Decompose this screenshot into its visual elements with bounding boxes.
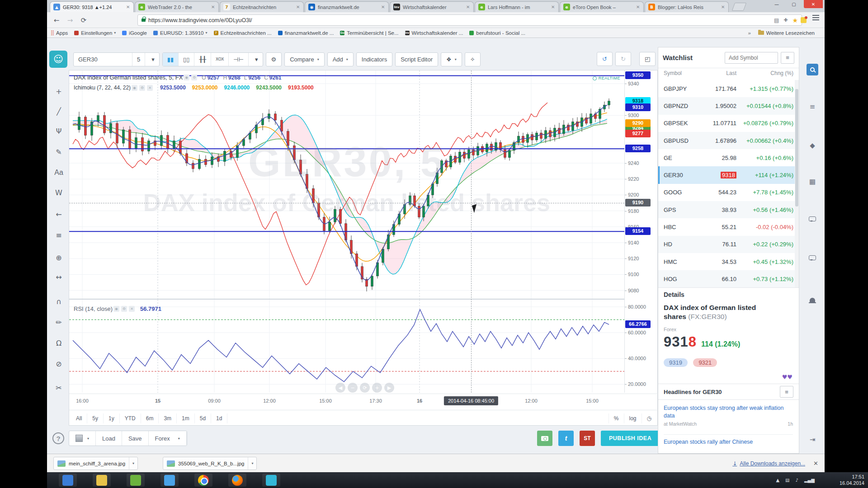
other-bookmarks-button[interactable]: Weitere Lesezeichen	[758, 30, 815, 36]
interval-caret-icon[interactable]: ▾	[147, 53, 159, 66]
twitter-button[interactable]: t	[558, 431, 574, 446]
browser-tab[interactable]: BBlogger: LaHos Reis✕	[645, 1, 729, 12]
range-5d-button[interactable]: 5d	[195, 413, 211, 423]
time-axis[interactable]: 16:001509:0012:0015:0017:301612:0015:002…	[69, 394, 658, 408]
browser-tab[interactable]: eeToro Open Book –✕	[560, 1, 644, 12]
style-swatch-button[interactable]: ▾	[69, 431, 96, 446]
headline-item[interactable]: European stocks rally after Chinese	[664, 434, 793, 454]
tab-close-icon[interactable]: ✕	[551, 5, 555, 9]
bookmark-item[interactable]: 7Echtzeitnachrichten ...	[214, 30, 272, 36]
watchlist-row[interactable]: GBPNZD1.95002+0.01544 (+0.8%)	[658, 97, 799, 114]
maximize-button[interactable]: ▢	[786, 0, 802, 8]
tab-close-icon[interactable]: ✕	[721, 5, 725, 9]
pattern-tool[interactable]: W	[51, 184, 67, 201]
tab-close-icon[interactable]: ✕	[466, 5, 470, 9]
taskbar-app-messenger[interactable]	[262, 474, 280, 487]
tray-network-icon[interactable]: ▂▄▆	[804, 478, 815, 483]
watchlist-row[interactable]: GER309318+114 (+1.24%)	[658, 166, 799, 183]
forward-button[interactable]: →	[64, 14, 76, 26]
lock-tool[interactable]: Ω	[51, 335, 67, 351]
themes-button[interactable]: ❖▾	[441, 52, 462, 66]
downloads-close-icon[interactable]: ✕	[813, 460, 818, 467]
brush-tool[interactable]: ✎	[51, 144, 67, 160]
series-legend[interactable]: DAX index of German listed shares, 5, FX…	[74, 74, 282, 81]
tab-close-icon[interactable]: ✕	[636, 5, 640, 9]
bars-style-button[interactable]: ╂╂	[194, 53, 211, 66]
alerts-panel-icon[interactable]	[807, 294, 818, 306]
download-item[interactable]: 355069_web_R_K_B_b...jpg▾	[163, 457, 257, 470]
range-ytd-button[interactable]: YTD	[120, 413, 141, 423]
style-caret-icon[interactable]: ▾	[250, 53, 263, 66]
browser-tab[interactable]: InvWirtschaftskalender✕	[390, 1, 474, 12]
address-bar[interactable]: https://www.tradingview.com/e/0DLyuO3l/ …	[137, 14, 802, 26]
sentiment-hearts-icon[interactable]: ♥♥	[782, 374, 793, 380]
reset-chart-button[interactable]: ⟳	[360, 383, 370, 393]
bookmark-item[interactable]: Einstellungen▾	[74, 30, 116, 36]
ask-pill[interactable]: 9321	[693, 358, 717, 367]
price-axis[interactable]: 9340930092409220920091809160914091209100…	[624, 70, 658, 393]
indicator-gear-icon[interactable]: ⚙	[139, 85, 145, 91]
watchlist-row[interactable]: HBC55.21-0.02 (-0.04%)	[658, 218, 799, 235]
taskbar-app-media[interactable]	[127, 474, 145, 487]
chat-smiley-button[interactable]: ☺	[49, 51, 67, 68]
watchlist-row[interactable]: GBPJPY171.764+1.315 (+0.77%)	[658, 80, 799, 97]
minimize-button[interactable]: —	[769, 0, 785, 8]
stocktwits-button[interactable]: ST	[580, 431, 595, 446]
tray-volume-icon[interactable]: ♪	[796, 478, 798, 483]
tray-expand-icon[interactable]: ▲	[776, 478, 779, 483]
help-button[interactable]: ?	[52, 432, 64, 444]
indicator-legend[interactable]: Ichimoku (7, 22, 44, 22) ◉ ⚙ ✕ 9253.5000…	[74, 84, 314, 91]
hide-drawings-tool[interactable]: ⊘	[51, 356, 67, 372]
indicator-eye-icon[interactable]: ◉	[132, 85, 137, 91]
close-button[interactable]: ✕	[804, 0, 823, 8]
bookmark-apps[interactable]: ⣿Apps	[51, 30, 68, 36]
tab-close-icon[interactable]: ✕	[126, 5, 130, 9]
watchlist-row[interactable]: GBPUSD1.67896+0.00662 (+0.4%)	[658, 132, 799, 149]
bookmark-star-icon[interactable]: ★	[792, 17, 798, 24]
line-break-style-button[interactable]: ⊣⊢	[229, 53, 249, 66]
forex-button[interactable]: Forex▾	[149, 431, 187, 446]
bookmark-item[interactable]: EURUSD: 1.35910▾	[153, 30, 208, 36]
bookmark-item[interactable]: GoTerminübersicht | Se...	[340, 30, 398, 36]
watchlist-row[interactable]: HMC34.53+0.45 (+1.32%)	[658, 253, 799, 270]
fib-retracement-tool[interactable]: ≡	[51, 227, 67, 243]
ideas-chat-panel-icon[interactable]	[807, 213, 818, 225]
tab-close-icon[interactable]: ✕	[381, 5, 385, 9]
chart-area[interactable]: GER30, 5 DAX index of German listed shar…	[69, 70, 658, 393]
rsi-eye-icon[interactable]: ◉	[113, 306, 119, 312]
taskbar-app-explorer[interactable]	[93, 474, 111, 487]
hollow-candles-style-button[interactable]: ▯▯	[179, 53, 194, 66]
publish-idea-button[interactable]: PUBLISH IDEA	[601, 431, 660, 446]
load-button[interactable]: Load	[96, 431, 122, 446]
range-5y-button[interactable]: 5y	[87, 413, 104, 423]
watchlist-row[interactable]: HOG66.10+0.73 (+1.12%)	[658, 270, 799, 287]
session-clock-icon[interactable]: ◷	[642, 413, 656, 423]
download-caret-icon[interactable]: ▾	[248, 457, 256, 469]
tab-close-icon[interactable]: ✕	[211, 5, 215, 9]
measure-tool[interactable]: ↔	[51, 269, 67, 285]
watchlist-menu-icon[interactable]: ≡	[781, 52, 794, 64]
watchlist-row[interactable]: GBPSEK11.07711+0.08726 (+0.79%)	[658, 115, 799, 132]
chart-properties-button[interactable]: ⚙	[266, 52, 282, 66]
scroll-right-button[interactable]: ▶	[384, 383, 394, 393]
calendar-panel-icon[interactable]: ▦	[807, 176, 818, 188]
watchlist-row[interactable]: GPS38.93+0.56 (+1.46%)	[658, 201, 799, 218]
signin-panel-icon[interactable]: ⇥	[807, 434, 818, 446]
url-text[interactable]: https://www.tradingview.com/e/0DLyuO3l/	[148, 17, 774, 23]
browser-tab[interactable]: ▲GER30: 9318 ▲+1.24✕	[50, 1, 134, 12]
range-all-button[interactable]: All	[71, 413, 87, 423]
text-tool[interactable]: Aa	[51, 164, 67, 181]
watchlist-panel-toggle-icon[interactable]: ≡	[807, 101, 818, 113]
extension-icon[interactable]	[801, 17, 807, 23]
range-1m-button[interactable]: 1m	[177, 413, 195, 423]
watchlist-row[interactable]: HD76.11+0.22 (+0.29%)	[658, 236, 799, 253]
back-button[interactable]: ←	[51, 14, 62, 26]
bookmark-item[interactable]: berufstouri - Social ...	[469, 30, 525, 36]
bookmarks-overflow-chevron[interactable]: »	[748, 30, 750, 36]
fullscreen-icon[interactable]: ◰	[639, 52, 656, 66]
watchlist-scrollbar[interactable]	[795, 80, 799, 287]
tray-action-icon[interactable]: ▤	[785, 478, 789, 483]
tab-close-icon[interactable]: ✕	[296, 5, 300, 9]
compare-button[interactable]: Compare▾	[284, 52, 324, 66]
undo-button[interactable]: ↺	[597, 52, 613, 66]
